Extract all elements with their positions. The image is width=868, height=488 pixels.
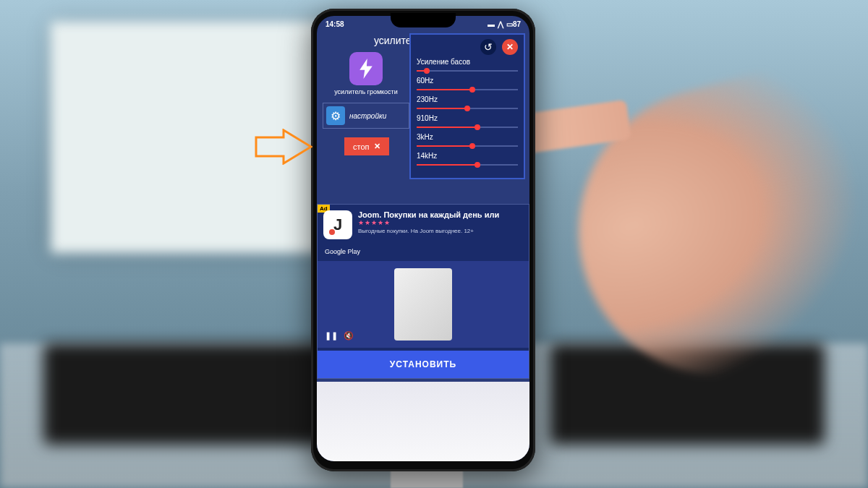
close-icon: ✕: [374, 142, 380, 151]
video-thumbnail: [394, 268, 452, 341]
slider-thumb-icon[interactable]: [475, 124, 480, 130]
settings-button[interactable]: ⚙ настройки: [323, 103, 409, 129]
slider-thumb-icon[interactable]: [475, 162, 480, 168]
stop-button[interactable]: стоп ✕: [344, 137, 389, 155]
ad-banner: Ad J Joom. Покупки на каждый день или ★★…: [317, 204, 529, 379]
slider-thumb-icon[interactable]: [464, 106, 470, 111]
eq-band-label: 3kHz: [417, 133, 518, 141]
close-button[interactable]: ✕: [502, 39, 518, 55]
status-time: 14:58: [326, 20, 344, 28]
eq-band-label: Усиление басов: [417, 58, 518, 66]
phone-notch: [391, 13, 456, 27]
wifi-icon: ⋀: [498, 20, 503, 28]
slider-thumb-icon[interactable]: [469, 143, 475, 149]
pause-button[interactable]: ❚❚: [325, 329, 338, 342]
ad-rating: ★★★★★: [358, 219, 523, 226]
undo-icon: ↺: [484, 41, 493, 53]
close-icon: ✕: [506, 42, 514, 52]
signal-icon: ▬: [488, 20, 495, 28]
ad-app-icon[interactable]: J: [323, 210, 352, 239]
bolt-icon: [349, 52, 383, 85]
eq-band: 910Hz: [417, 114, 518, 132]
reset-button[interactable]: ↺: [480, 39, 496, 55]
eq-slider[interactable]: [417, 67, 518, 75]
phone-screen: 14:58 ▬ ⋀ ▭87 усилитель громкости усилит…: [317, 16, 529, 461]
settings-label: настройки: [349, 112, 386, 120]
ad-title: Joom. Покупки на каждый день или: [358, 210, 523, 219]
slider-thumb-icon[interactable]: [424, 68, 430, 74]
background-keyboard-left: [43, 343, 347, 445]
eq-band: 230Hz: [417, 95, 518, 113]
ad-subtitle: Выгодные покупки. На Joom выгоднее. 12+: [358, 228, 523, 234]
stop-label: стоп: [353, 142, 370, 151]
slider-thumb-icon[interactable]: [469, 87, 475, 93]
gear-icon: ⚙: [326, 106, 345, 125]
eq-slider[interactable]: [417, 142, 518, 150]
eq-band: 60Hz: [417, 77, 518, 94]
install-button[interactable]: УСТАНОВИТЬ: [318, 351, 529, 378]
eq-slider[interactable]: [417, 160, 518, 169]
eq-slider[interactable]: [417, 85, 518, 94]
status-icons: ▬ ⋀ ▭87: [488, 20, 521, 28]
eq-band: 14kHz: [417, 152, 518, 169]
volume-booster-tile[interactable]: усилитель громкости: [323, 52, 409, 95]
bottom-area: [317, 382, 529, 461]
equalizer-panel: ↺ ✕ Усиление басов60Hz230Hz910Hz3kHz14kH…: [409, 33, 525, 179]
eq-band-label: 910Hz: [417, 114, 518, 122]
eq-band-label: 60Hz: [417, 77, 518, 85]
eq-slider[interactable]: [417, 123, 518, 132]
ad-video[interactable]: ❚❚ 🔇: [318, 261, 529, 348]
mute-icon: 🔇: [344, 331, 354, 341]
eq-band-label: 14kHz: [417, 152, 518, 160]
ad-store-label: Google Play: [318, 245, 529, 258]
phone-frame: 14:58 ▬ ⋀ ▭87 усилитель громкости усилит…: [311, 9, 535, 471]
annotation-arrow-icon: [255, 129, 312, 165]
volume-booster-label: усилитель громкости: [334, 88, 398, 95]
pause-icon: ❚❚: [325, 331, 338, 341]
mute-button[interactable]: 🔇: [342, 329, 355, 342]
eq-band: 3kHz: [417, 133, 518, 150]
eq-slider[interactable]: [417, 104, 518, 113]
battery-icon: ▭87: [506, 20, 521, 28]
eq-band: Усиление басов: [417, 58, 518, 75]
eq-band-label: 230Hz: [417, 95, 518, 103]
